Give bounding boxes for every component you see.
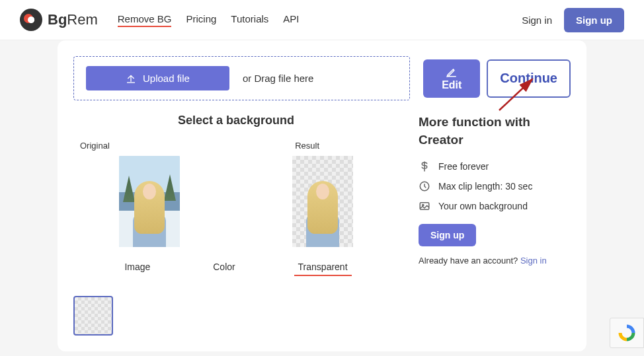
nav-tutorials[interactable]: Tutorials xyxy=(231,13,268,27)
recaptcha-badge xyxy=(610,318,644,348)
person-original xyxy=(130,174,169,247)
transparent-thumbnail[interactable] xyxy=(73,296,113,336)
content-row: Select a background Original Result xyxy=(73,114,571,336)
creator-signup-button[interactable]: Sign up xyxy=(419,224,476,246)
tab-color[interactable]: Color xyxy=(209,259,239,276)
logo-text: BgRem xyxy=(48,11,98,28)
recaptcha-icon xyxy=(617,323,637,343)
signup-button[interactable]: Sign up xyxy=(564,8,624,32)
signin-link[interactable]: Sign in xyxy=(522,15,552,26)
result-preview xyxy=(292,156,353,247)
person-result xyxy=(303,174,342,247)
upload-button[interactable]: Upload file xyxy=(86,66,229,90)
edit-icon xyxy=(446,66,458,78)
nav-pricing[interactable]: Pricing xyxy=(186,13,216,27)
dollar-icon xyxy=(419,160,430,172)
clock-icon xyxy=(419,180,430,192)
feature-bg-text: Your own background xyxy=(438,201,528,211)
preview-labels: Original Result xyxy=(73,141,399,151)
already-have-account: Already have an account? Sign in xyxy=(419,256,571,266)
left-section: Select a background Original Result xyxy=(73,114,399,336)
feature-clip-text: Max clip length: 30 sec xyxy=(438,181,532,192)
creator-signin-link[interactable]: Sign in xyxy=(520,256,547,266)
edit-button-label: Edit xyxy=(442,79,462,91)
right-section: More function with Creator Free forever … xyxy=(419,114,571,336)
edit-button[interactable]: Edit xyxy=(423,59,480,98)
upload-dropzone[interactable]: Upload file or Drag file here xyxy=(73,56,410,100)
upload-icon xyxy=(126,73,136,84)
tab-image[interactable]: Image xyxy=(120,259,154,276)
feature-list: Free forever Max clip length: 30 sec You… xyxy=(419,160,571,212)
feature-bg: Your own background xyxy=(419,200,571,212)
feature-clip: Max clip length: 30 sec xyxy=(419,180,571,192)
upload-button-label: Upload file xyxy=(143,73,190,84)
nav-api[interactable]: API xyxy=(283,13,299,27)
header-right: Sign in Sign up xyxy=(522,8,624,32)
result-label: Result xyxy=(295,141,319,151)
drag-text: or Drag file here xyxy=(243,73,314,84)
original-label: Original xyxy=(80,141,110,151)
logo-icon xyxy=(20,9,42,31)
svg-point-2 xyxy=(423,205,424,206)
tab-transparent[interactable]: Transparent xyxy=(294,259,352,276)
continue-button[interactable]: Continue xyxy=(487,59,571,98)
main-card: Upload file or Drag file here Edit Conti… xyxy=(58,40,586,351)
upload-row: Upload file or Drag file here Edit Conti… xyxy=(73,56,571,100)
background-tabs: Image Color Transparent xyxy=(73,259,399,276)
creator-title: More function with Creator xyxy=(419,114,571,149)
image-icon xyxy=(419,200,430,212)
select-title: Select a background xyxy=(73,114,399,127)
original-preview xyxy=(119,156,180,247)
logo[interactable]: BgRem xyxy=(20,9,98,31)
feature-free: Free forever xyxy=(419,160,571,172)
main-nav: Remove BG Pricing Tutorials API xyxy=(118,13,300,27)
previews xyxy=(73,156,399,247)
action-buttons: Edit Continue xyxy=(423,59,571,98)
header: BgRem Remove BG Pricing Tutorials API Si… xyxy=(0,0,644,40)
feature-free-text: Free forever xyxy=(438,161,489,172)
nav-remove-bg[interactable]: Remove BG xyxy=(118,13,172,27)
